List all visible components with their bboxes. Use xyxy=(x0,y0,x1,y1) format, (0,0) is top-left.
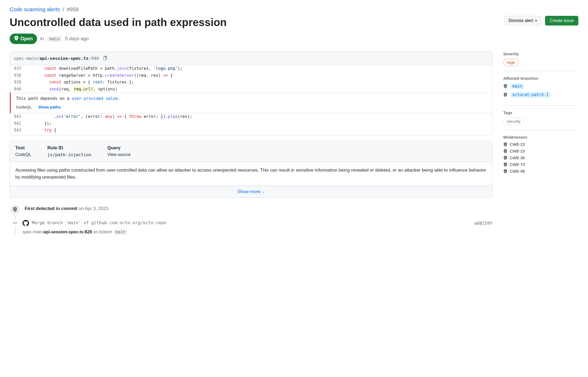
shield-icon xyxy=(14,36,19,42)
chevron-down-icon: ▼ xyxy=(535,19,537,22)
shield-icon xyxy=(503,162,508,167)
query-link[interactable]: View source xyxy=(107,152,131,157)
weakness-item[interactable]: CWE-22 xyxy=(503,142,578,147)
shield-icon xyxy=(503,169,508,173)
shield-icon xyxy=(503,84,508,88)
timeline-badge xyxy=(10,204,20,215)
show-more-link[interactable]: Show more ⌄ xyxy=(237,189,265,194)
severity-badge: High xyxy=(503,59,519,66)
chevron-down-icon: ⌄ xyxy=(262,190,265,194)
commit-message[interactable]: Merge branch 'main' of github.com:octo-o… xyxy=(32,220,166,226)
severity-label: Severity xyxy=(503,52,578,56)
branch-item[interactable]: octocat-patch-1 xyxy=(503,92,578,98)
dismiss-alert-label: Dismiss alert xyxy=(509,18,533,23)
rule-value: js/path-injection xyxy=(47,152,91,157)
tags-label: Tags xyxy=(503,110,578,115)
code-line: 941 .on('error', (error: any) => { throw… xyxy=(10,113,492,120)
commit-file: spec-main/api-session-spec.ts:828 on bra… xyxy=(23,230,493,234)
status-in: in xyxy=(40,36,44,42)
weakness-item[interactable]: CWE-73 xyxy=(503,162,578,167)
state-label: Open xyxy=(20,36,33,42)
code-annotation: This path depends on a user-provided val… xyxy=(10,93,492,113)
shield-icon xyxy=(503,142,508,147)
branches-label: Affected branches xyxy=(503,76,578,81)
tag-chip[interactable]: security xyxy=(503,118,524,125)
show-paths-link[interactable]: Show paths xyxy=(38,105,61,109)
code-path[interactable]: spec-main/api-session-spec.ts:940 xyxy=(14,56,99,61)
dismiss-alert-button[interactable]: Dismiss alert ▼ xyxy=(504,16,542,26)
code-line: 940 send(req, req.url!, options) xyxy=(10,86,492,93)
code-line: 943 try { xyxy=(10,127,492,135)
first-detected-label: First detected in commit xyxy=(25,206,77,211)
info-description: Accessing files using paths constructed … xyxy=(10,162,492,186)
shield-icon xyxy=(503,149,508,153)
page-title: Uncontrolled data used in path expressio… xyxy=(10,16,227,29)
breadcrumb-parent[interactable]: Code scanning alerts xyxy=(10,6,60,12)
status-when: 5 days ago xyxy=(65,36,89,42)
code-line: 939 const options = { root: fixtures }; xyxy=(10,79,492,86)
shield-icon xyxy=(503,156,508,160)
annotation-message: This path depends on a user-provided val… xyxy=(16,96,487,101)
breadcrumb-number: #958 xyxy=(67,6,79,12)
status-branch[interactable]: main xyxy=(47,36,62,42)
annotation-tool: CodeQL xyxy=(16,105,32,109)
weakness-item[interactable]: CWE-36 xyxy=(503,155,578,160)
breadcrumb: Code scanning alerts / #958 xyxy=(10,6,578,13)
create-issue-button[interactable]: Create issue xyxy=(545,16,578,26)
code-panel: spec-main/api-session-spec.ts:940 937 co… xyxy=(10,52,493,135)
state-badge: Open xyxy=(10,34,37,44)
shield-icon xyxy=(13,207,17,213)
code-line: 938 const rangeServer = http.createServe… xyxy=(10,72,492,79)
code-line: 942 }); xyxy=(10,120,492,127)
tool-value: CodeQL xyxy=(15,152,31,157)
timeline: First detected in commit on Apr 3, 2023 xyxy=(10,204,493,234)
copy-icon xyxy=(103,56,108,61)
sidebar: Severity High Affected branches main oct… xyxy=(503,52,578,239)
annotation-link[interactable]: user-provided value xyxy=(72,96,118,101)
shield-icon xyxy=(503,93,508,97)
status-row: Open in main 5 days ago xyxy=(10,34,578,44)
weakness-item[interactable]: CWE-99 xyxy=(503,169,578,173)
branch-item[interactable]: main xyxy=(503,83,578,89)
avatar xyxy=(23,220,29,226)
breadcrumb-separator: / xyxy=(63,6,64,12)
commit-icon xyxy=(13,221,17,226)
info-panel: Tool CodeQL Rule ID js/path-injection Qu… xyxy=(10,141,493,198)
code-line: 937 const downloadFilePath = path.join(f… xyxy=(10,65,492,72)
copy-button[interactable] xyxy=(102,55,109,62)
rule-label: Rule ID xyxy=(47,145,91,151)
tool-label: Tool xyxy=(15,145,31,151)
commit-badge xyxy=(12,220,18,226)
code-header: spec-main/api-session-spec.ts:940 xyxy=(10,52,492,65)
commit-sha[interactable]: a08159f xyxy=(475,221,493,226)
weaknesses-label: Weaknesses xyxy=(503,135,578,139)
file-branch[interactable]: main xyxy=(113,229,127,235)
weakness-item[interactable]: CWE-23 xyxy=(503,149,578,153)
query-label: Query xyxy=(107,145,131,151)
